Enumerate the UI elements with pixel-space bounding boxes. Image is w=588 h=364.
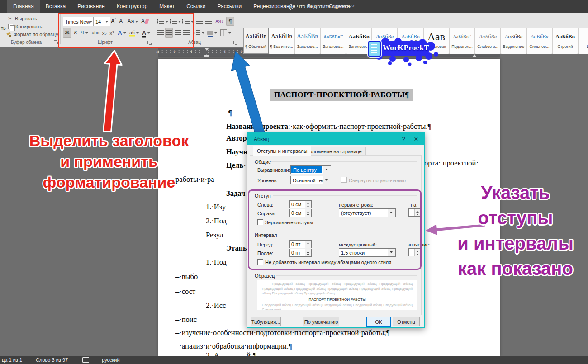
chevron-down-icon xyxy=(202,32,204,35)
style-sample: АаБбВвГ xyxy=(450,28,474,44)
set-default-label: По умолчанию xyxy=(304,319,338,325)
clipboard-dialog-launcher[interactable] xyxy=(54,40,58,44)
preview-after-text: Следующий абзац Следующий абзац Следующи… xyxy=(262,303,413,311)
style-item[interactable]: АаБбВв Выделение xyxy=(501,28,526,54)
format-painter-button[interactable]: Формат по образцу xyxy=(6,32,58,37)
shading-icon xyxy=(207,31,213,35)
watermark-logo: WorKProekT xyxy=(366,38,439,63)
show-marks-button[interactable]: ¶ xyxy=(226,17,234,26)
project-name-line: Название·проекта:·как·оформить·паспорт·п… xyxy=(226,122,431,131)
tab-insert[interactable]: Вставка xyxy=(40,0,72,13)
collapsed-label: Свернуты по умолчанию xyxy=(349,178,406,183)
close-icon: × xyxy=(414,135,418,143)
tabs-button[interactable]: Табуляция... xyxy=(251,317,281,326)
cancel-button[interactable]: Отмена xyxy=(393,317,420,326)
clipboard-group-label: Буфер обмена xyxy=(8,40,44,45)
copy-label: Копировать xyxy=(15,24,42,29)
empty-paragraph-mark: ¶ xyxy=(228,109,232,118)
tabbar-spacer xyxy=(0,0,7,13)
chevron-down-icon xyxy=(323,176,331,184)
style-label: Заголово... xyxy=(321,44,346,49)
left-indent-marker[interactable] xyxy=(204,55,209,57)
decrease-indent-button[interactable] xyxy=(195,17,204,26)
tab-indents-spacing[interactable]: Отступы и интервалы xyxy=(253,146,311,156)
document-title-selected[interactable]: ПАСПОРТ·ПРОЕКТНОЙ·РАБОТЫ¶ xyxy=(270,89,413,101)
annotation-red-rectangle xyxy=(58,13,194,48)
shading-button[interactable] xyxy=(206,28,218,38)
dialog-title: Абзац xyxy=(254,136,269,142)
style-item[interactable]: АаБбВв Сильное... xyxy=(526,28,552,54)
cut-label: Вырезать xyxy=(15,16,37,21)
tell-me-search[interactable]: Что вы хотите сделать? xyxy=(289,0,354,13)
help-button[interactable]: ? xyxy=(397,133,410,145)
ruler-number: 2 xyxy=(173,50,175,54)
tab-mailings[interactable]: Рассылки xyxy=(211,0,247,13)
ruler-number: 1 xyxy=(190,50,192,54)
pilcrow-icon: ¶ xyxy=(229,18,232,25)
proofing-icon[interactable] xyxy=(82,357,89,363)
page-indicator[interactable]: ца 1 из 1 xyxy=(2,357,22,363)
document-text-fragment: –·выбо xyxy=(175,272,198,281)
format-painter-label: Формат по образцу xyxy=(14,32,58,37)
line-spacing-lines-icon xyxy=(196,30,200,35)
style-label: ¶ Обычный xyxy=(243,44,268,49)
alignment-value: По центру xyxy=(291,166,322,173)
style-sample: АаБбВв xyxy=(475,28,500,44)
style-label: ¶ Без инте... xyxy=(269,44,294,49)
style-sample: АаБбВв xyxy=(269,28,294,44)
general-section-label: Общие xyxy=(255,159,271,165)
document-text-fragment: 1.·Изу xyxy=(206,203,226,212)
word-count[interactable]: Слово 3 из 97 xyxy=(36,357,68,363)
close-button[interactable]: × xyxy=(409,133,423,145)
tab-design[interactable]: Конструктор xyxy=(111,0,153,13)
document-text-fragment: Автор xyxy=(226,134,247,143)
ruler-number: 3 xyxy=(156,50,159,54)
tab-references[interactable]: Ссылки xyxy=(180,0,211,13)
notebook-icon xyxy=(368,41,381,57)
tab-position-label: Положение на странице xyxy=(306,149,362,154)
style-label: Выделение xyxy=(501,44,526,49)
style-item[interactable]: АаБбВв Строгий xyxy=(552,28,578,54)
paragraph-dialog-launcher[interactable] xyxy=(233,41,237,45)
style-item[interactable]: АаБбВв Слабое в... xyxy=(475,28,501,54)
preview-section-label: Образец xyxy=(255,273,275,279)
outline-level-combo[interactable]: Основной текст xyxy=(290,176,331,184)
sort-icon: АЯ↓ xyxy=(215,19,223,24)
ribbon-tab-bar: Главная Вставка Рисование Конструктор Ма… xyxy=(0,0,588,13)
style-item[interactable]: АаБбВв ¶ Обычный xyxy=(243,28,269,54)
tab-layout[interactable]: Макет xyxy=(153,0,180,13)
language-indicator[interactable]: русский xyxy=(102,357,119,363)
annotation-purple-line: Указать xyxy=(440,180,588,205)
style-item[interactable]: АаБбВвГ Заголово... xyxy=(320,28,346,54)
borders-button[interactable] xyxy=(220,28,232,38)
style-item[interactable]: АаБбВв ¶ Без инте... xyxy=(269,28,294,54)
paste-button-partial[interactable]: ть xyxy=(1,25,6,31)
style-item[interactable]: Аа Ци... xyxy=(578,28,588,54)
style-sample: АаБбВвГ xyxy=(321,28,346,44)
document-text-fragment: 1.·Под xyxy=(206,258,227,267)
increase-indent-button[interactable] xyxy=(204,17,213,26)
cut-button[interactable]: Вырезать xyxy=(8,15,37,22)
ok-button[interactable]: ОК xyxy=(366,317,391,327)
style-item[interactable]: АаБбВвГ Подзагол... xyxy=(449,28,475,54)
style-sample: АаБбВв xyxy=(553,28,578,44)
format-painter-icon xyxy=(6,32,11,37)
section-divider xyxy=(276,275,417,276)
copy-button[interactable]: Копировать xyxy=(8,24,42,29)
sort-button[interactable]: АЯ↓ xyxy=(214,17,224,26)
style-item[interactable]: АаБбВв Заголово... xyxy=(294,28,320,54)
word-window: Главная Вставка Рисование Конструктор Ма… xyxy=(0,0,588,364)
alignment-combo[interactable]: По центру xyxy=(290,165,331,174)
project-name-rest: :·как·оформить·паспорт·проектной·работы.… xyxy=(288,122,431,131)
document-text-fragment: Этапы xyxy=(226,244,249,253)
collapsed-checkbox[interactable] xyxy=(341,177,347,183)
document-text-fragment: 2.·Под xyxy=(206,217,227,226)
tab-draw[interactable]: Рисование xyxy=(71,0,110,13)
style-sample: АаБбВв xyxy=(501,28,526,44)
decrease-indent-icon xyxy=(196,19,203,24)
alignment-label: Выравнивание: xyxy=(257,167,293,173)
set-default-button[interactable]: По умолчанию xyxy=(303,317,339,326)
chevron-down-icon xyxy=(214,32,217,35)
document-text-fragment: орта· проектной· xyxy=(424,159,479,168)
tab-home[interactable]: Главная xyxy=(7,0,40,13)
